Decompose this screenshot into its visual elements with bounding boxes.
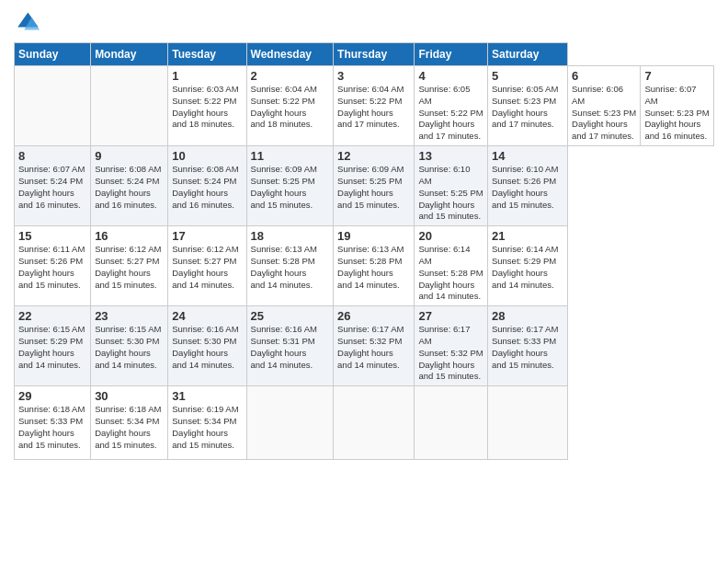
calendar-week-4: 22 Sunrise: 6:15 AMSunset: 5:29 PMDaylig… — [15, 306, 714, 386]
day-number: 31 — [172, 389, 242, 403]
calendar-cell: 5 Sunrise: 6:05 AMSunset: 5:23 PMDayligh… — [487, 66, 567, 146]
weekday-header-monday: Monday — [91, 43, 168, 66]
day-info: Sunrise: 6:07 AMSunset: 5:23 PMDaylight … — [644, 84, 709, 141]
day-info: Sunrise: 6:18 AMSunset: 5:33 PMDaylight … — [18, 404, 85, 449]
day-info: Sunrise: 6:06 AMSunset: 5:23 PMDaylight … — [572, 84, 636, 141]
day-number: 2 — [251, 69, 330, 83]
calendar-cell: 29 Sunrise: 6:18 AMSunset: 5:33 PMDaylig… — [15, 386, 91, 460]
weekday-header-saturday: Saturday — [487, 43, 567, 66]
day-info: Sunrise: 6:07 AMSunset: 5:24 PMDaylight … — [18, 164, 85, 209]
calendar-cell: 17 Sunrise: 6:12 AMSunset: 5:27 PMDaylig… — [168, 226, 246, 306]
calendar-cell: 21 Sunrise: 6:14 AMSunset: 5:29 PMDaylig… — [487, 226, 567, 306]
calendar-cell: 7 Sunrise: 6:07 AMSunset: 5:23 PMDayligh… — [641, 66, 714, 146]
calendar-week-3: 15 Sunrise: 6:11 AMSunset: 5:26 PMDaylig… — [15, 226, 714, 306]
day-number: 24 — [172, 309, 242, 323]
day-info: Sunrise: 6:09 AMSunset: 5:25 PMDaylight … — [251, 164, 317, 209]
calendar-cell: 8 Sunrise: 6:07 AMSunset: 5:24 PMDayligh… — [15, 146, 91, 226]
day-info: Sunrise: 6:10 AMSunset: 5:25 PMDaylight … — [418, 164, 483, 221]
calendar-cell: 30 Sunrise: 6:18 AMSunset: 5:34 PMDaylig… — [91, 386, 168, 460]
day-info: Sunrise: 6:15 AMSunset: 5:29 PMDaylight … — [18, 324, 85, 369]
calendar-cell: 18 Sunrise: 6:13 AMSunset: 5:28 PMDaylig… — [246, 226, 334, 306]
calendar-cell: 19 Sunrise: 6:13 AMSunset: 5:28 PMDaylig… — [334, 226, 415, 306]
day-number: 21 — [492, 229, 563, 243]
calendar-cell: 4 Sunrise: 6:05 AMSunset: 5:22 PMDayligh… — [415, 66, 488, 146]
calendar-cell — [415, 386, 488, 460]
day-info: Sunrise: 6:09 AMSunset: 5:25 PMDaylight … — [337, 164, 404, 209]
day-info: Sunrise: 6:05 AMSunset: 5:22 PMDaylight … — [418, 84, 483, 141]
day-number: 8 — [18, 149, 86, 163]
calendar-cell: 23 Sunrise: 6:15 AMSunset: 5:30 PMDaylig… — [91, 306, 168, 386]
weekday-header-wednesday: Wednesday — [246, 43, 334, 66]
day-number: 19 — [337, 229, 410, 243]
calendar-cell: 2 Sunrise: 6:04 AMSunset: 5:22 PMDayligh… — [246, 66, 334, 146]
day-info: Sunrise: 6:17 AMSunset: 5:32 PMDaylight … — [418, 324, 483, 381]
page-header — [14, 9, 714, 35]
calendar-cell: 11 Sunrise: 6:09 AMSunset: 5:25 PMDaylig… — [246, 146, 334, 226]
day-number: 30 — [95, 389, 164, 403]
day-number: 25 — [251, 309, 330, 323]
day-number: 16 — [95, 229, 164, 243]
day-number: 27 — [418, 309, 483, 323]
calendar-cell: 10 Sunrise: 6:08 AMSunset: 5:24 PMDaylig… — [168, 146, 246, 226]
day-number: 17 — [172, 229, 242, 243]
day-number: 10 — [172, 149, 242, 163]
day-number: 18 — [251, 229, 330, 243]
calendar-cell: 13 Sunrise: 6:10 AMSunset: 5:25 PMDaylig… — [415, 146, 488, 226]
day-info: Sunrise: 6:18 AMSunset: 5:34 PMDaylight … — [95, 404, 161, 449]
day-number: 28 — [492, 309, 563, 323]
calendar-cell: 15 Sunrise: 6:11 AMSunset: 5:26 PMDaylig… — [15, 226, 91, 306]
day-number: 6 — [572, 69, 636, 83]
day-info: Sunrise: 6:03 AMSunset: 5:22 PMDaylight … — [172, 84, 238, 129]
day-number: 14 — [492, 149, 563, 163]
calendar-cell: 1 Sunrise: 6:03 AMSunset: 5:22 PMDayligh… — [168, 66, 246, 146]
day-number: 1 — [172, 69, 242, 83]
day-info: Sunrise: 6:12 AMSunset: 5:27 PMDaylight … — [95, 244, 161, 289]
logo — [14, 9, 43, 35]
day-number: 15 — [18, 229, 86, 243]
calendar-table: SundayMondayTuesdayWednesdayThursdayFrid… — [14, 42, 714, 460]
weekday-header-tuesday: Tuesday — [168, 43, 246, 66]
day-number: 23 — [95, 309, 164, 323]
day-info: Sunrise: 6:13 AMSunset: 5:28 PMDaylight … — [337, 244, 404, 289]
empty-cell — [91, 66, 168, 146]
calendar-cell: 14 Sunrise: 6:10 AMSunset: 5:26 PMDaylig… — [487, 146, 567, 226]
day-number: 12 — [337, 149, 410, 163]
day-number: 29 — [18, 389, 86, 403]
calendar-cell: 28 Sunrise: 6:17 AMSunset: 5:33 PMDaylig… — [487, 306, 567, 386]
calendar-week-2: 8 Sunrise: 6:07 AMSunset: 5:24 PMDayligh… — [15, 146, 714, 226]
day-info: Sunrise: 6:04 AMSunset: 5:22 PMDaylight … — [251, 84, 317, 129]
day-info: Sunrise: 6:15 AMSunset: 5:30 PMDaylight … — [95, 324, 161, 369]
day-info: Sunrise: 6:11 AMSunset: 5:26 PMDaylight … — [18, 244, 85, 289]
day-number: 26 — [337, 309, 410, 323]
calendar-cell — [246, 386, 334, 460]
day-info: Sunrise: 6:16 AMSunset: 5:31 PMDaylight … — [251, 324, 317, 369]
page-container: SundayMondayTuesdayWednesdayThursdayFrid… — [0, 0, 728, 469]
weekday-header-friday: Friday — [415, 43, 488, 66]
weekday-header-thursday: Thursday — [334, 43, 415, 66]
day-info: Sunrise: 6:13 AMSunset: 5:28 PMDaylight … — [251, 244, 317, 289]
calendar-cell: 26 Sunrise: 6:17 AMSunset: 5:32 PMDaylig… — [334, 306, 415, 386]
calendar-cell: 31 Sunrise: 6:19 AMSunset: 5:34 PMDaylig… — [168, 386, 246, 460]
day-number: 20 — [418, 229, 483, 243]
day-number: 7 — [644, 69, 710, 83]
day-number: 3 — [337, 69, 410, 83]
day-info: Sunrise: 6:19 AMSunset: 5:34 PMDaylight … — [172, 404, 238, 449]
day-number: 5 — [492, 69, 563, 83]
day-number: 4 — [418, 69, 483, 83]
day-info: Sunrise: 6:10 AMSunset: 5:26 PMDaylight … — [492, 164, 558, 209]
day-info: Sunrise: 6:08 AMSunset: 5:24 PMDaylight … — [172, 164, 238, 209]
day-info: Sunrise: 6:14 AMSunset: 5:28 PMDaylight … — [418, 244, 483, 301]
day-number: 9 — [95, 149, 164, 163]
calendar-cell: 9 Sunrise: 6:08 AMSunset: 5:24 PMDayligh… — [91, 146, 168, 226]
calendar-cell: 3 Sunrise: 6:04 AMSunset: 5:22 PMDayligh… — [334, 66, 415, 146]
day-info: Sunrise: 6:05 AMSunset: 5:23 PMDaylight … — [492, 84, 558, 129]
empty-cell — [15, 66, 91, 146]
day-info: Sunrise: 6:08 AMSunset: 5:24 PMDaylight … — [95, 164, 161, 209]
calendar-cell: 6 Sunrise: 6:06 AMSunset: 5:23 PMDayligh… — [568, 66, 641, 146]
calendar-cell: 20 Sunrise: 6:14 AMSunset: 5:28 PMDaylig… — [415, 226, 488, 306]
day-info: Sunrise: 6:16 AMSunset: 5:30 PMDaylight … — [172, 324, 238, 369]
calendar-cell: 12 Sunrise: 6:09 AMSunset: 5:25 PMDaylig… — [334, 146, 415, 226]
day-number: 13 — [418, 149, 483, 163]
weekday-header-sunday: Sunday — [15, 43, 91, 66]
logo-icon — [14, 9, 40, 35]
